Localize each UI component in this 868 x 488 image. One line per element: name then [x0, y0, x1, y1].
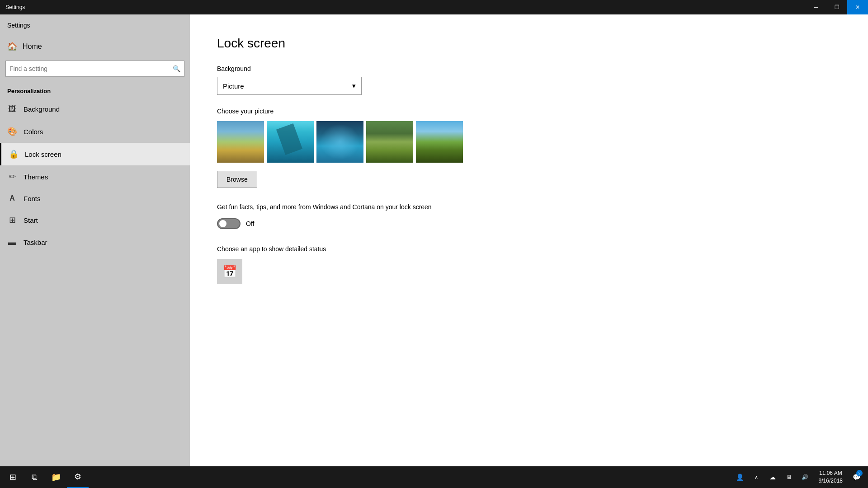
cortana-label: Get fun facts, tips, and more from Windo…: [217, 202, 488, 212]
onedrive-icon: ☁: [769, 474, 776, 481]
titlebar-controls: ─ ❐ ✕: [806, 0, 868, 14]
settings-app-button[interactable]: ⚙: [67, 466, 89, 488]
sidebar: Settings 🏠 Home 🔍 Personalization 🖼 Back…: [0, 14, 190, 466]
background-icon: 🖼: [7, 104, 17, 114]
toggle-label: Off: [246, 220, 254, 227]
cortana-toggle[interactable]: [217, 218, 241, 229]
file-explorer-button[interactable]: 📁: [45, 466, 67, 488]
picture-thumb-5[interactable]: [416, 121, 463, 163]
calendar-icon: 📅: [222, 265, 237, 279]
choose-picture-label: Choose your picture: [217, 108, 841, 115]
task-view-button[interactable]: ⧉: [24, 466, 45, 488]
volume-icon: 🔊: [802, 474, 808, 480]
fonts-icon: A: [7, 194, 17, 202]
taskbar-pinned-apps: ⧉ 📁 ⚙: [24, 466, 89, 488]
people-icon-button[interactable]: 👤: [732, 466, 748, 488]
sidebar-item-themes[interactable]: ✏ Themes: [0, 165, 190, 188]
sidebar-item-label: Lock screen: [25, 150, 61, 158]
sidebar-item-label: Colors: [24, 128, 43, 136]
network-icon: 🖥: [786, 474, 792, 480]
main-content: Lock screen Background Picture ▾ Choose …: [190, 14, 868, 466]
lock-icon: 🔒: [9, 149, 19, 159]
sidebar-item-colors[interactable]: 🎨 Colors: [0, 120, 190, 143]
titlebar: Settings ─ ❐ ✕: [0, 0, 868, 14]
taskbar-icon-nav: ▬: [7, 238, 17, 247]
volume-button[interactable]: 🔊: [797, 466, 813, 488]
people-icon: 👤: [736, 474, 744, 481]
picture-thumb-1[interactable]: [217, 121, 264, 163]
taskbar-right: 👤 ∧ ☁ 🖥 🔊 11:06 AM 9/16/2018 💬 2: [732, 466, 864, 488]
taskbar: ⊞ ⧉ 📁 ⚙ 👤 ∧ ☁ 🖥 🔊: [0, 466, 868, 488]
sidebar-item-fonts[interactable]: A Fonts: [0, 188, 190, 209]
page-title: Lock screen: [217, 36, 841, 51]
search-icon: 🔍: [173, 65, 180, 72]
sidebar-item-label: Themes: [24, 173, 48, 181]
calendar-app-icon[interactable]: 📅: [217, 259, 242, 284]
clock-time: 11:06 AM: [819, 469, 843, 477]
app-status-label: Choose an app to show detailed status: [217, 245, 841, 253]
sidebar-item-label: Taskbar: [24, 239, 47, 246]
notification-badge: 2: [856, 470, 863, 476]
start-icon: ⊞: [9, 472, 16, 482]
sidebar-item-start[interactable]: ⊞ Start: [0, 209, 190, 231]
notification-button[interactable]: 💬 2: [848, 466, 864, 488]
background-dropdown[interactable]: Picture ▾: [217, 77, 362, 95]
close-button[interactable]: ✕: [847, 0, 868, 14]
minimize-button[interactable]: ─: [806, 0, 826, 14]
dropdown-arrow: ▾: [352, 82, 356, 90]
sidebar-section-title: Personalization: [0, 84, 190, 98]
picture-thumb-3[interactable]: [316, 121, 363, 163]
search-input[interactable]: [9, 65, 173, 72]
sidebar-item-background[interactable]: 🖼 Background: [0, 98, 190, 120]
sidebar-item-taskbar[interactable]: ▬ Taskbar: [0, 231, 190, 253]
titlebar-title: Settings: [5, 4, 25, 10]
sidebar-home-label: Home: [23, 42, 42, 51]
sidebar-item-label: Background: [24, 105, 60, 113]
onedrive-button[interactable]: ☁: [764, 466, 781, 488]
picture-thumb-2[interactable]: [267, 121, 314, 163]
sidebar-item-label: Fonts: [24, 195, 41, 202]
app-container: Settings 🏠 Home 🔍 Personalization 🖼 Back…: [0, 14, 868, 466]
dropdown-value: Picture: [223, 82, 244, 90]
search-box: 🔍: [5, 61, 184, 77]
start-button[interactable]: ⊞: [2, 466, 24, 488]
chevron-icon: ∧: [755, 474, 758, 480]
taskbar-sys-icons: 👤 ∧ ☁ 🖥 🔊: [732, 466, 813, 488]
task-view-icon: ⧉: [32, 473, 38, 482]
background-label: Background: [217, 65, 841, 72]
themes-icon: ✏: [7, 172, 17, 182]
restore-button[interactable]: ❐: [826, 0, 847, 14]
sidebar-app-title: Settings: [0, 18, 190, 36]
sidebar-item-lock-screen[interactable]: 🔒 Lock screen: [0, 143, 190, 165]
colors-icon: 🎨: [7, 127, 17, 136]
clock-date: 9/16/2018: [819, 477, 843, 485]
picture-thumb-4[interactable]: [366, 121, 413, 163]
toggle-thumb: [219, 220, 226, 227]
browse-button[interactable]: Browse: [217, 171, 257, 188]
home-icon: 🏠: [7, 42, 17, 52]
taskbar-clock[interactable]: 11:06 AM 9/16/2018: [816, 468, 845, 487]
settings-icon: ⚙: [74, 472, 81, 482]
start-icon: ⊞: [7, 215, 17, 225]
toggle-row: Off: [217, 218, 841, 229]
background-section: Background Picture ▾: [217, 65, 841, 95]
sidebar-item-label: Start: [24, 216, 38, 224]
network-button[interactable]: 🖥: [781, 466, 797, 488]
pictures-row: [217, 121, 841, 163]
file-explorer-icon: 📁: [51, 472, 61, 482]
sidebar-home-button[interactable]: 🏠 Home: [0, 36, 190, 57]
chevron-button[interactable]: ∧: [748, 466, 764, 488]
